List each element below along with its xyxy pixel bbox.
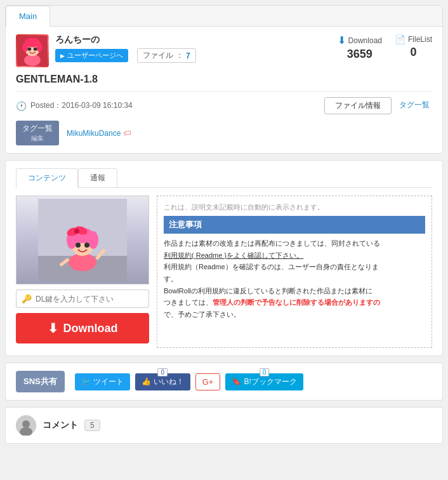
download-label-block: ⬇ Download xyxy=(338,34,382,46)
bookmark-label: B!ブックマーク xyxy=(244,377,296,387)
posted-text: 🕐 Posted：2016-03-09 16:10:34 xyxy=(16,100,133,111)
key-icon: 🔑 xyxy=(22,294,32,303)
notice-hint: これは、説明文未記載時に自動的に表示されます。 xyxy=(164,203,425,212)
file-info-button[interactable]: ファイル情報 xyxy=(324,97,392,114)
two-col-layout: 🔑 ⬇ Download これは、説明文未記載時に自動的に表示されます。 注意事… xyxy=(16,196,432,348)
sns-label: SNS共有 xyxy=(16,371,65,392)
download-icon: ⬇ xyxy=(338,34,346,46)
user-page-button[interactable]: ▶ ユーザーページへ xyxy=(55,49,128,62)
comment-label: コメント xyxy=(43,420,78,431)
filelist-icon: 📄 xyxy=(395,34,405,44)
dl-key-field[interactable] xyxy=(36,295,143,303)
content-card: コンテンツ 通報 xyxy=(5,160,443,356)
comment-card: コメント 5 xyxy=(5,407,443,444)
bookmark-button[interactable]: 0 🔖 B!ブックマーク xyxy=(225,373,303,390)
svg-point-23 xyxy=(22,420,30,428)
svg-point-6 xyxy=(28,47,32,51)
comment-count: 5 xyxy=(84,420,100,431)
posted-row: 🕐 Posted：2016-03-09 16:10:34 ファイル情報 タグ一覧 xyxy=(16,97,432,114)
user-info: ろんちーの ▶ ユーザーページへ ファイル：7 xyxy=(55,34,196,63)
notice-highlight: 管理人の判断で予告なしに削除する場合がありますの xyxy=(213,298,380,306)
svg-point-17 xyxy=(74,229,79,234)
sns-buttons: 🐦 ツイート 0 👍 いいね！ G+ 0 🔖 B!ブックマーク xyxy=(75,373,303,390)
tab-contents[interactable]: コンテンツ xyxy=(16,168,78,188)
gplus-button[interactable]: G+ xyxy=(195,373,221,390)
preview-placeholder xyxy=(16,196,148,284)
avatar xyxy=(16,34,49,67)
filelist-label-block: 📄 FileList xyxy=(395,34,432,44)
user-left: ろんちーの ▶ ユーザーページへ ファイル：7 xyxy=(16,34,196,67)
comment-avatar-svg xyxy=(16,415,36,436)
tab-bar: Main xyxy=(6,6,442,27)
download-arrow-icon: ⬇ xyxy=(48,321,58,336)
notice-text: 作品または素材の改造または再配布につきましては、同封されている 利用規約( Re… xyxy=(164,237,425,321)
main-card: Main xyxy=(5,5,443,154)
filelist-count: 0 xyxy=(410,46,416,59)
user-header: ろんちーの ▶ ユーザーページへ ファイル：7 xyxy=(16,34,432,67)
posted-actions: ファイル情報 タグ一覧 xyxy=(324,97,432,114)
like-label: いいね！ xyxy=(154,377,184,387)
clock-icon: 🕐 xyxy=(16,101,27,111)
like-count-badge: 0 xyxy=(157,368,168,377)
content-tabs: コンテンツ 通報 xyxy=(16,168,432,188)
tags-box-label: タグ一覧 xyxy=(22,123,53,134)
tab-report[interactable]: 通報 xyxy=(78,168,117,188)
posted-date: Posted：2016-03-09 16:10:34 xyxy=(30,100,133,111)
card-body: ろんちーの ▶ ユーザーページへ ファイル：7 xyxy=(6,27,442,153)
notice-header: 注意事項 xyxy=(164,216,425,234)
tag-text: MikuMikuDance xyxy=(67,129,121,138)
sns-card: SNS共有 🐦 ツイート 0 👍 いいね！ G+ 0 xyxy=(5,363,443,401)
user-page-label: ユーザーページへ xyxy=(67,51,123,60)
comment-avatar xyxy=(16,415,36,436)
download-button[interactable]: ⬇ Download xyxy=(16,313,149,343)
file-badge: ファイル：7 xyxy=(137,48,196,63)
left-col: 🔑 ⬇ Download xyxy=(16,196,149,348)
tag-icon: 🏷 xyxy=(123,128,131,138)
download-stat: ⬇ Download 3659 xyxy=(338,34,382,61)
bookmark-wrapper: 0 🔖 B!ブックマーク xyxy=(225,373,303,390)
sns-section: SNS共有 🐦 ツイート 0 👍 いいね！ G+ 0 xyxy=(6,363,442,400)
svg-point-18 xyxy=(76,243,81,248)
download-count: 3659 xyxy=(347,48,372,61)
tag-list-link[interactable]: タグ一覧 xyxy=(397,97,432,114)
like-button[interactable]: 0 👍 いいね！ xyxy=(135,373,190,390)
thumbs-icon: 👍 xyxy=(142,377,151,386)
file-count: 7 xyxy=(186,51,190,60)
bookmark-count-badge: 0 xyxy=(260,368,270,377)
notice-line2: 利用規約( Readme )をよく確認して下さい。 xyxy=(164,251,303,259)
divider xyxy=(16,91,432,92)
tags-box[interactable]: タグ一覧 編集 xyxy=(16,121,59,145)
preview-svg xyxy=(38,199,127,281)
like-wrapper: 0 👍 いいね！ xyxy=(135,373,190,390)
filelist-label: FileList xyxy=(408,35,432,44)
svg-point-4 xyxy=(22,43,28,52)
right-col: これは、説明文未記載時に自動的に表示されます。 注意事項 作品または素材の改造ま… xyxy=(157,196,432,348)
file-label: ファイル xyxy=(143,50,173,61)
tweet-button[interactable]: 🐦 ツイート xyxy=(75,373,130,390)
tags-box-edit: 編集 xyxy=(22,134,53,143)
bookmark-icon: 🔖 xyxy=(232,377,241,386)
tag-item: MikuMikuDance 🏷 xyxy=(67,128,131,138)
svg-point-19 xyxy=(84,243,89,248)
comment-section: コメント 5 xyxy=(6,408,442,443)
scroll-area: これは、説明文未記載時に自動的に表示されます。 注意事項 作品または素材の改造ま… xyxy=(164,203,425,321)
page-wrapper: Main xyxy=(0,0,448,455)
tab-main[interactable]: Main xyxy=(6,6,50,27)
dl-key-input-wrapper: 🔑 xyxy=(16,290,149,308)
content-section: コンテンツ 通報 xyxy=(6,161,442,356)
item-title: GENTLEMAN-1.8 xyxy=(16,74,432,85)
user-stats: ⬇ Download 3659 📄 FileList 0 xyxy=(338,34,432,61)
twitter-icon: 🐦 xyxy=(81,377,91,386)
svg-point-5 xyxy=(36,43,42,52)
avatar-image xyxy=(16,34,49,67)
tags-section: タグ一覧 編集 MikuMikuDance 🏷 xyxy=(16,121,432,145)
username: ろんちーの xyxy=(55,34,196,46)
download-label: Download xyxy=(348,36,382,45)
avatar-svg xyxy=(17,36,48,66)
tweet-label: ツイート xyxy=(93,377,124,387)
play-icon: ▶ xyxy=(60,53,65,59)
filelist-stat: 📄 FileList 0 xyxy=(395,34,432,59)
svg-point-10 xyxy=(69,253,96,271)
svg-point-7 xyxy=(34,47,37,51)
preview-image xyxy=(16,196,149,284)
